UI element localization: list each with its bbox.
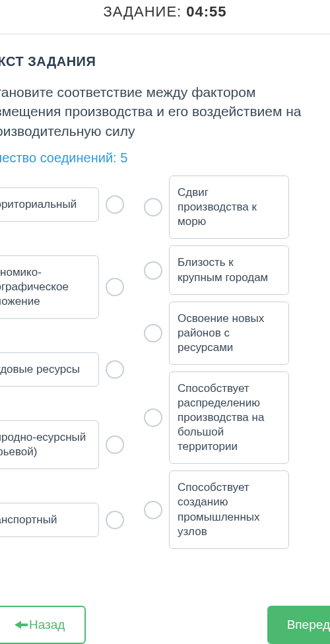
connector-circle[interactable] <box>144 501 162 519</box>
right-option-box[interactable]: Способствует распределению производства … <box>169 371 289 464</box>
connections-count: личество соединений: 5 <box>0 150 330 176</box>
connector-circle[interactable] <box>144 324 162 342</box>
section-title: ТЕКСТ ЗАДАНИЯ <box>0 48 330 82</box>
right-option-box[interactable]: Сдвиг производства к морю <box>169 176 289 239</box>
timer-label: ЗАДАНИЕ: <box>103 3 186 20</box>
connector-circle[interactable] <box>106 360 124 379</box>
connector-circle[interactable] <box>106 195 124 214</box>
left-option-box[interactable]: ранспортный <box>0 503 99 537</box>
left-item: ранспортный <box>0 503 124 537</box>
right-item: Освоение новых районов с ресурсами <box>144 302 289 365</box>
left-item: кономико-еографическое оложение <box>0 255 124 319</box>
connector-circle[interactable] <box>106 278 124 296</box>
right-option-box[interactable]: Способствует созданию промышленных узлов <box>169 470 289 548</box>
timer-value: 04:55 <box>186 3 226 20</box>
right-option-box[interactable]: Освоение новых районов с ресурсами <box>169 302 289 365</box>
connector-circle[interactable] <box>106 435 124 454</box>
right-item: Способствует созданию промышленных узлов <box>144 470 289 548</box>
task-text: Установите соответствие между фактором р… <box>0 82 330 150</box>
connector-circle[interactable] <box>144 198 162 216</box>
left-option-box[interactable]: рудовые ресурсы <box>0 352 99 387</box>
connector-circle[interactable] <box>106 511 124 529</box>
left-option-box[interactable]: ерриториальный <box>0 187 99 222</box>
timer-header: ЗАДАНИЕ: 04:55 <box>0 0 330 34</box>
right-item: Близость к крупным городам <box>144 245 289 294</box>
left-option-box[interactable]: риродно-есурсный ырьевой) <box>0 420 99 469</box>
left-item: рудовые ресурсы <box>0 352 124 387</box>
left-column: ерриториальный кономико-еографическое ол… <box>0 176 124 549</box>
left-option-box[interactable]: кономико-еографическое оложение <box>0 255 99 319</box>
footer-nav: Назад Вперед <box>0 606 330 644</box>
right-item: Способствует распределению производства … <box>144 371 289 464</box>
right-column: Сдвиг производства к морю Близость к кру… <box>144 176 289 549</box>
left-item: риродно-есурсный ырьевой) <box>0 420 124 469</box>
right-option-box[interactable]: Близость к крупным городам <box>169 245 289 294</box>
back-button-label: Назад <box>29 618 65 632</box>
matching-container: ерриториальный кономико-еографическое ол… <box>0 176 330 549</box>
forward-button-label: Вперед <box>287 618 330 632</box>
arrow-left-icon <box>15 621 21 629</box>
connector-circle[interactable] <box>144 408 162 427</box>
right-item: Сдвиг производства к морю <box>144 176 289 239</box>
forward-button[interactable]: Вперед <box>267 606 330 644</box>
connector-circle[interactable] <box>144 261 162 280</box>
left-item: ерриториальный <box>0 187 124 222</box>
back-button[interactable]: Назад <box>0 606 86 644</box>
